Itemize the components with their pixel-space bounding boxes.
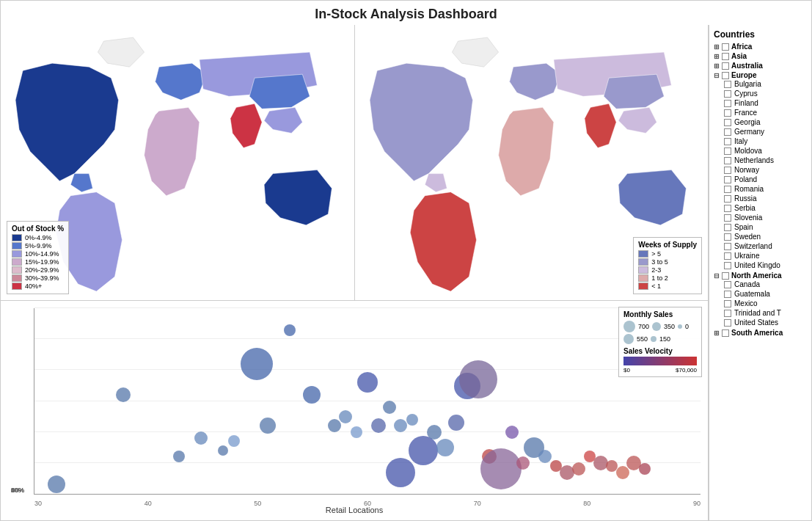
weeks-legend-item-1: 3 to 5: [638, 258, 697, 266]
sidebar-item-spain[interactable]: Spain: [714, 222, 807, 232]
australia-checkbox[interactable]: [722, 62, 729, 70]
bubble-33: [572, 462, 585, 476]
sidebar-group-africa-header[interactable]: ⊞ Africa: [714, 43, 807, 51]
sidebar-group-africa: ⊞ Africa: [714, 43, 807, 51]
weeks-label-4: < 1: [651, 283, 661, 290]
sidebar-item-finland[interactable]: Finland: [714, 98, 807, 108]
bubble-26: [480, 448, 522, 489]
legend-item-2: 10%-14.9%: [12, 250, 64, 258]
sidebar-group-australia-header[interactable]: ⊞ Australia: [714, 62, 807, 70]
velocity-label: Sales Velocity: [623, 347, 697, 355]
scatter-panel: Forecast Inaccuracy Retail Locations 0% …: [1, 301, 708, 520]
north-america-label: North America: [731, 272, 782, 280]
sidebar-group-asia-header[interactable]: ⊞ Asia: [714, 52, 807, 60]
legend-swatch-2: [12, 250, 22, 258]
maps-row: Out of Stock % 0%-4.9% 5%-9.9% 10%-14.9%: [1, 25, 708, 301]
sidebar-item-germany[interactable]: Germany: [714, 127, 807, 136]
bubble-9: [303, 386, 321, 404]
sidebar-item-cyprus[interactable]: Cyprus: [714, 89, 807, 98]
bubble-39: [639, 463, 651, 475]
sidebar-item-norway[interactable]: Norway: [714, 165, 807, 175]
bubble-30: [538, 450, 552, 463]
bubble-15: [383, 401, 396, 414]
europe-checkbox[interactable]: [722, 72, 729, 79]
bubble-14: [371, 418, 386, 433]
sidebar-item-netherlands[interactable]: Netherlands: [714, 156, 807, 165]
sidebar-item-united-states[interactable]: United States: [714, 318, 807, 327]
bubble-1: [116, 387, 131, 402]
legend-label-3: 15%-19.9%: [25, 258, 59, 266]
legend-swatch-3: [12, 258, 22, 266]
weeks-supply-legend: Weeks of Supply > 5 3 to 5 2-3: [633, 237, 702, 294]
sidebar-item-georgia[interactable]: Georgia: [714, 117, 807, 127]
sidebar-item-mexico[interactable]: Mexico: [714, 299, 807, 308]
australia-label: Australia: [731, 62, 763, 70]
sales-label-700: 700: [638, 323, 649, 330]
sidebar-item-bulgaria[interactable]: Bulgaria: [714, 79, 807, 89]
europe-label: Europe: [731, 71, 756, 79]
sidebar-item-ukraine[interactable]: Ukraine: [714, 251, 807, 260]
sales-circle-0: [678, 324, 682, 329]
x-tick-90: 90: [693, 500, 701, 507]
legend-item-5: 30%-39.9%: [12, 274, 64, 282]
weeks-swatch-2: [638, 266, 648, 274]
weeks-legend-item-2: 2-3: [638, 266, 697, 274]
sidebar-group-europe-header[interactable]: ⊟ Europe: [714, 71, 807, 79]
legend-label-4: 20%-29.9%: [25, 266, 59, 274]
sidebar-item-guatemala[interactable]: Guatemala: [714, 289, 807, 299]
weeks-legend-item-3: 1 to 2: [638, 274, 697, 282]
sidebar-item-trinidad[interactable]: Trinidad and T: [714, 308, 807, 318]
sidebar-item-canada[interactable]: Canada: [714, 280, 807, 289]
north-america-checkbox[interactable]: [722, 272, 729, 280]
bubble-0: [48, 476, 65, 493]
sidebar-item-sweden[interactable]: Sweden: [714, 232, 807, 241]
sidebar-item-russia[interactable]: Russia: [714, 194, 807, 203]
x-tick-50: 50: [254, 500, 261, 507]
sidebar-group-north-america-header[interactable]: ⊟ North America: [714, 272, 807, 280]
sidebar-item-france[interactable]: France: [714, 108, 807, 117]
weeks-label-1: 3 to 5: [651, 258, 668, 266]
australia-expand-icon: ⊞: [714, 62, 720, 70]
europe-expand-icon: ⊟: [714, 72, 720, 79]
legend-label-1: 5%-9.9%: [25, 242, 52, 249]
sidebar-item-romania[interactable]: Romania: [714, 184, 807, 194]
weeks-swatch-4: [638, 283, 648, 290]
sidebar-item-serbia[interactable]: Serbia: [714, 203, 807, 213]
bubble-37: [616, 466, 629, 479]
sidebar-item-united-kingdom[interactable]: United Kingdo: [714, 260, 807, 270]
africa-label: Africa: [731, 43, 752, 51]
out-of-stock-legend-title: Out of Stock %: [12, 225, 64, 233]
left-panel: Out of Stock % 0%-4.9% 5%-9.9% 10%-14.9%: [1, 25, 709, 520]
sidebar-title: Countries: [714, 29, 807, 40]
sidebar-group-north-america: ⊟ North America Canada Guatemala Mexico …: [714, 272, 807, 327]
scatter-legend: Monthly Sales 700 350 0 550 150: [618, 307, 702, 377]
sidebar-group-asia: ⊞ Asia: [714, 52, 807, 60]
velocity-min: $0: [623, 367, 630, 374]
sidebar-group-australia: ⊞ Australia: [714, 62, 807, 70]
legend-item-6: 40%+: [12, 283, 64, 290]
legend-label-5: 30%-39.9%: [25, 274, 59, 282]
sidebar-item-poland[interactable]: Poland: [714, 175, 807, 184]
sidebar-item-slovenia[interactable]: Slovenia: [714, 213, 807, 222]
bubble-27: [505, 426, 519, 439]
sidebar-item-moldova[interactable]: Moldova: [714, 146, 807, 156]
legend-swatch-6: [12, 283, 22, 290]
bubble-19: [409, 436, 438, 465]
sidebar-item-italy[interactable]: Italy: [714, 136, 807, 146]
bubble-22: [448, 415, 464, 431]
weeks-swatch-1: [638, 258, 648, 266]
sales-label-550: 550: [637, 335, 648, 343]
scatter-legend-row-0: 700 350 0: [623, 321, 697, 332]
sales-circle-550: [623, 334, 634, 344]
sidebar-group-south-america-header[interactable]: ⊞ South America: [714, 329, 807, 337]
x-tick-40: 40: [145, 500, 152, 507]
bubble-11: [339, 410, 352, 423]
africa-expand-icon: ⊞: [714, 43, 720, 51]
sidebar-item-switzerland[interactable]: Switzerland: [714, 241, 807, 251]
bubble-10: [328, 419, 341, 432]
africa-checkbox[interactable]: [722, 43, 729, 51]
legend-item-0: 0%-4.9%: [12, 234, 64, 241]
asia-checkbox[interactable]: [722, 53, 729, 60]
velocity-gradient-bar: [623, 357, 697, 365]
south-america-checkbox[interactable]: [722, 329, 729, 337]
